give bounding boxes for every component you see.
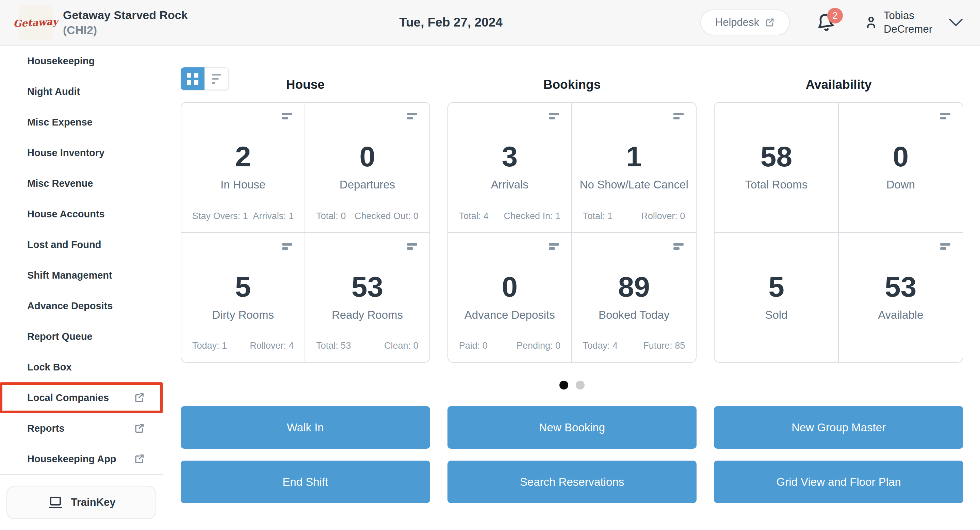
card-menu-icon[interactable] [673, 113, 684, 119]
stat-value: 5 [768, 273, 784, 301]
sidebar-item-lost-and-found[interactable]: Lost and Found [0, 229, 163, 260]
substat-right: Arrivals: 1 [253, 211, 294, 221]
stat-label: Dirty Rooms [212, 309, 274, 322]
carousel-dots [181, 381, 963, 389]
stat-card-advance-deposits: 0Advance DepositsPaid: 0Pending: 0 [448, 232, 572, 362]
stat-value: 89 [618, 273, 649, 301]
property-name: Getaway Starved Rock [63, 8, 188, 22]
substat-right: Future: 85 [643, 341, 685, 351]
sidebar-item-housekeeping-app[interactable]: Housekeeping App [0, 444, 163, 474]
card-menu-icon[interactable] [282, 113, 292, 119]
search-reservations-button[interactable]: Search Reservations [447, 460, 697, 503]
sidebar-item-night-audit[interactable]: Night Audit [0, 76, 163, 107]
stat-card-in-house: 2In HouseStay Overs: 1Arrivals: 1 [181, 103, 305, 232]
carousel-dot-2[interactable] [576, 381, 585, 389]
stat-substats: Stay Overs: 1Arrivals: 1 [192, 211, 294, 221]
sidebar-item-label: Lock Box [27, 362, 72, 373]
sidebar-item-label: Reports [27, 423, 65, 434]
sidebar-item-lock-box[interactable]: Lock Box [0, 352, 163, 382]
sidebar-item-house-inventory[interactable]: House Inventory [0, 137, 163, 168]
section-title-availability: Availability [714, 78, 963, 92]
current-date: Tue, Feb 27, 2024 [399, 15, 503, 30]
user-name-line1: Tobias [884, 9, 932, 22]
helpdesk-label: Helpdesk [715, 16, 759, 29]
section-title-bookings: Bookings [447, 78, 697, 92]
user-menu[interactable]: Tobias DeCremer [864, 9, 932, 36]
sidebar-item-label: Night Audit [27, 86, 80, 97]
card-menu-icon[interactable] [549, 243, 559, 250]
stat-label: Booked Today [598, 309, 670, 322]
stat-value: 0 [892, 142, 908, 171]
sidebar-item-label: Housekeeping App [27, 454, 116, 465]
stat-value: 58 [760, 142, 792, 171]
notification-badge: 2 [827, 8, 843, 24]
sidebar: HousekeepingNight AuditMisc ExpenseHouse… [0, 46, 163, 530]
sidebar-item-label: Report Queue [27, 331, 92, 342]
stat-value: 0 [360, 142, 375, 171]
substat-left: Total: 4 [459, 211, 488, 221]
card-menu-icon[interactable] [549, 113, 559, 119]
notifications-button[interactable]: 2 [816, 13, 835, 32]
stat-substats: Today: 1Rollover: 4 [192, 341, 294, 351]
end-shift-button[interactable]: End Shift [181, 460, 430, 503]
sidebar-item-label: Local Companies [27, 392, 109, 403]
sidebar-item-label: House Accounts [27, 208, 105, 220]
new-group-master-button[interactable]: New Group Master [714, 406, 963, 449]
stat-value: 1 [626, 142, 642, 171]
header: Getaway Getaway Starved Rock (CHI2) Tue,… [0, 0, 980, 46]
substat-right: Checked In: 1 [504, 211, 560, 221]
grid-view-icon [187, 73, 198, 85]
substat-right: Rollover: 0 [641, 211, 685, 221]
substat-right: Checked Out: 0 [355, 211, 418, 221]
sidebar-item-shift-management[interactable]: Shift Management [0, 260, 163, 290]
walk-in-button[interactable]: Walk In [181, 406, 430, 449]
sidebar-item-label: Housekeeping [27, 56, 95, 67]
stat-label: Available [878, 309, 923, 322]
sidebar-item-house-accounts[interactable]: House Accounts [0, 199, 163, 229]
stat-card-booked-today: 89Booked TodayToday: 4Future: 85 [572, 232, 696, 362]
chevron-down-icon[interactable] [949, 18, 963, 27]
sidebar-item-label: House Inventory [27, 147, 105, 159]
carousel-dot-1[interactable] [559, 381, 568, 389]
property-title: Getaway Starved Rock (CHI2) [63, 8, 188, 37]
stat-substats: Paid: 0Pending: 0 [459, 341, 560, 351]
card-menu-icon[interactable] [407, 113, 417, 119]
sidebar-item-advance-deposits[interactable]: Advance Deposits [0, 290, 163, 321]
stat-label: Ready Rooms [332, 309, 403, 322]
user-icon [864, 15, 878, 30]
list-view-icon [212, 74, 221, 84]
sidebar-item-local-companies[interactable]: Local Companies [0, 382, 163, 413]
sidebar-item-housekeeping[interactable]: Housekeeping [0, 46, 163, 76]
sidebar-item-misc-expense[interactable]: Misc Expense [0, 107, 163, 137]
stat-card-ready-rooms: 53Ready RoomsTotal: 53Clean: 0 [305, 232, 429, 362]
substat-left: Stay Overs: 1 [192, 211, 248, 221]
substat-left: Total: 1 [583, 211, 612, 221]
sidebar-item-misc-revenue[interactable]: Misc Revenue [0, 168, 163, 199]
grid-view-and-floor-plan-button[interactable]: Grid View and Floor Plan [714, 460, 963, 503]
app-logo[interactable]: Getaway [19, 5, 53, 40]
stat-label: In House [221, 178, 266, 191]
new-booking-button[interactable]: New Booking [447, 406, 697, 449]
trainkey-button[interactable]: TrainKey [6, 486, 156, 519]
card-menu-icon[interactable] [940, 113, 950, 119]
sidebar-item-label: Lost and Found [27, 239, 101, 251]
stat-value: 53 [885, 273, 916, 301]
card-menu-icon[interactable] [940, 243, 950, 250]
substat-right: Rollover: 4 [250, 341, 294, 351]
helpdesk-button[interactable]: Helpdesk [700, 10, 790, 35]
sidebar-item-reports[interactable]: Reports [0, 413, 163, 444]
stat-label: Down [886, 178, 915, 191]
logo-text: Getaway [13, 16, 59, 29]
stat-label: Total Rooms [745, 178, 808, 191]
list-view-button[interactable] [205, 67, 229, 90]
grid-view-button[interactable] [181, 67, 205, 90]
stat-card-arrivals: 3ArrivalsTotal: 4Checked In: 1 [448, 103, 572, 232]
card-menu-icon[interactable] [407, 243, 417, 250]
substat-left: Total: 53 [316, 341, 351, 351]
card-menu-icon[interactable] [673, 243, 684, 250]
section-headings: HouseBookingsAvailability [181, 67, 963, 102]
sidebar-item-report-queue[interactable]: Report Queue [0, 321, 163, 352]
card-menu-icon[interactable] [282, 243, 292, 250]
sidebar-item-label: Advance Deposits [27, 300, 113, 312]
external-link-icon [765, 17, 775, 27]
